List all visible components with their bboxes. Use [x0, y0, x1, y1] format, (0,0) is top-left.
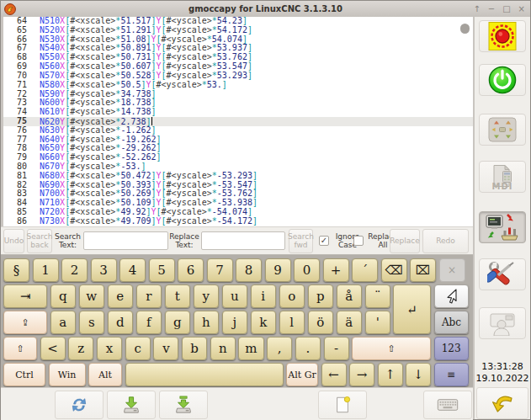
replace-all-checkbox[interactable]	[353, 236, 364, 246]
ignore-case-checkbox[interactable]: ✓	[319, 236, 329, 246]
key-abc[interactable]: Abc	[434, 311, 469, 334]
key-ä[interactable]: ä	[337, 311, 363, 334]
key-4[interactable]: 4	[119, 258, 146, 282]
close-icon[interactable]: ×	[518, 4, 525, 13]
key-period[interactable]: .	[295, 337, 321, 360]
key-0[interactable]: 0	[294, 258, 320, 282]
key-arrow-left[interactable]: ←	[321, 363, 347, 386]
key-apostrophe[interactable]: '	[365, 311, 391, 334]
key-acute[interactable]: ´	[352, 258, 378, 282]
key-b[interactable]: b	[182, 337, 207, 360]
estop-button[interactable]	[479, 20, 526, 52]
user-settings-button[interactable]	[479, 307, 526, 339]
key-shift[interactable]: ⇧	[3, 337, 37, 360]
search-fwd-button[interactable]: Search fwd	[289, 229, 313, 253]
key-9[interactable]: 9	[265, 258, 291, 282]
replace-text-input[interactable]	[201, 231, 285, 250]
gcode-line[interactable]: 86N730X[#<xscale>*49.709]Y[#<yscale>*-54…	[3, 217, 473, 226]
key-123[interactable]: 123	[434, 337, 469, 360]
key-c[interactable]: c	[125, 337, 151, 360]
key-alt-gr[interactable]: Alt Gr	[286, 363, 318, 386]
key-arrow-right[interactable]: →	[349, 363, 374, 386]
manual-jog-button[interactable]	[479, 114, 526, 146]
key-r[interactable]: r	[136, 284, 162, 308]
key-1[interactable]: 1	[33, 258, 59, 282]
reload-file-button[interactable]	[55, 391, 104, 419]
key-e[interactable]: e	[108, 284, 134, 308]
key-u[interactable]: u	[222, 284, 248, 308]
key-space[interactable]	[125, 363, 284, 386]
key-minus[interactable]: -	[324, 337, 349, 360]
key-6[interactable]: 6	[178, 258, 204, 282]
key-section[interactable]: §	[3, 258, 29, 282]
key-o[interactable]: o	[279, 284, 305, 308]
key-f[interactable]: f	[136, 311, 162, 334]
key-p[interactable]: p	[308, 284, 334, 308]
toggle-keyboard-button[interactable]	[423, 391, 472, 419]
key-z[interactable]: z	[68, 337, 93, 360]
maximize-icon[interactable]: □	[502, 4, 510, 13]
power-button[interactable]	[479, 64, 526, 96]
key-close[interactable]: ×	[439, 258, 465, 282]
key-m[interactable]: m	[238, 337, 263, 360]
new-file-button[interactable]	[318, 391, 367, 419]
key-ctrl[interactable]: Ctrl	[3, 363, 45, 386]
key-less-than[interactable]: <	[40, 337, 66, 360]
key-comma[interactable]: ,	[267, 337, 292, 360]
key-q[interactable]: q	[50, 284, 77, 308]
key-menu[interactable]: ≡	[434, 363, 469, 386]
back-button[interactable]	[476, 387, 528, 419]
key-plus[interactable]: +	[323, 258, 349, 282]
key-backspace[interactable]: ⌫	[381, 258, 407, 282]
save-file-button[interactable]	[107, 391, 156, 419]
key-s[interactable]: s	[79, 311, 105, 334]
redo-button[interactable]: Redo	[422, 229, 469, 253]
shade-icon[interactable]: ↑	[473, 4, 480, 13]
key-å[interactable]: å	[337, 284, 363, 308]
key-v[interactable]: v	[153, 337, 178, 360]
search-text-input[interactable]	[83, 231, 168, 250]
settings-button[interactable]	[479, 258, 526, 290]
key-tab[interactable]: ⇥	[3, 284, 47, 308]
minimize-icon[interactable]: −	[488, 4, 495, 13]
key-2[interactable]: 2	[61, 258, 88, 282]
key-alt[interactable]: Alt	[88, 363, 122, 386]
save-file-as-button[interactable]	[159, 391, 208, 419]
key-8[interactable]: 8	[236, 258, 262, 282]
key-arrow-down[interactable]: ↓	[406, 363, 431, 386]
key-arrow-up[interactable]: ↑	[378, 363, 403, 386]
key-ö[interactable]: ö	[308, 311, 334, 334]
key-t[interactable]: t	[165, 284, 191, 308]
key-7[interactable]: 7	[207, 258, 233, 282]
key-h[interactable]: h	[194, 311, 220, 334]
key-j[interactable]: j	[222, 311, 248, 334]
key-a[interactable]: a	[50, 311, 77, 334]
key-diaeresis[interactable]: ¨	[365, 284, 391, 308]
key-delete[interactable]: ⌧	[410, 258, 436, 282]
mdi-button[interactable]: MDI	[479, 161, 526, 193]
key-l[interactable]: l	[279, 311, 305, 334]
key-x[interactable]: x	[97, 337, 122, 360]
gcode-editor[interactable]: 64N510X[#<xscale>*51.517]Y[#<yscale>*54.…	[1, 17, 473, 226]
key-n[interactable]: n	[210, 337, 236, 360]
key-3[interactable]: 3	[91, 258, 117, 282]
undo-button[interactable]: Undo	[3, 229, 24, 253]
key-win[interactable]: Win	[49, 363, 86, 386]
key-pointer[interactable]	[434, 284, 469, 308]
key-k[interactable]: k	[251, 311, 277, 334]
key-enter[interactable]: ↵	[393, 284, 431, 334]
key-i[interactable]: i	[251, 284, 277, 308]
search-back-button[interactable]: Search back	[27, 229, 52, 253]
key-w[interactable]: w	[79, 284, 105, 308]
key-d[interactable]: d	[108, 311, 134, 334]
edit-mode-button[interactable]	[479, 211, 526, 243]
key-5[interactable]: 5	[149, 258, 175, 282]
key-g[interactable]: g	[165, 311, 191, 334]
key-y[interactable]: y	[194, 284, 220, 308]
gcode-line[interactable]: 74N610Y[#<yscale>*14.738]	[3, 108, 473, 117]
search-text-label: Search Text:	[54, 232, 82, 250]
editor-scrollbar-thumb[interactable]	[460, 24, 470, 34]
replace-button[interactable]: Replace	[390, 229, 420, 253]
key-shift[interactable]: ⇧	[352, 337, 431, 360]
key-caps-lock[interactable]: ⇪	[3, 311, 47, 334]
